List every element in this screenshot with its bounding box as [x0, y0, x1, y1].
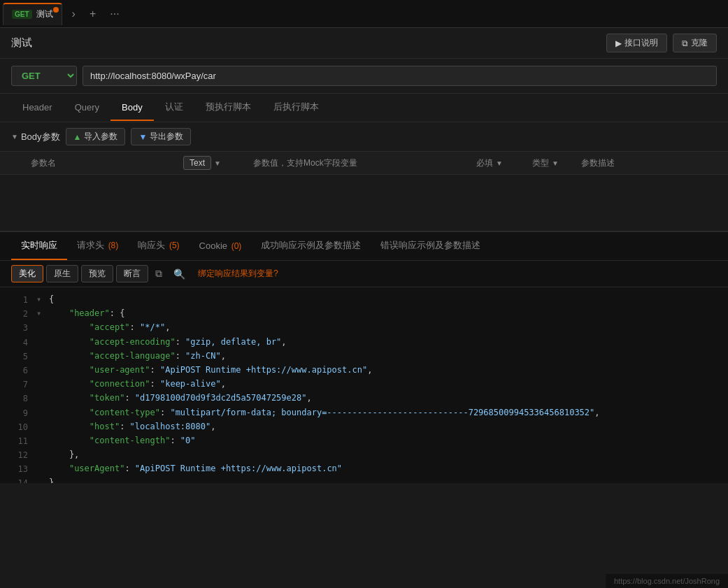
line-number: 2 — [6, 307, 28, 321]
tab-pre-script[interactable]: 预执行脚本 — [194, 94, 262, 122]
line-number: 11 — [6, 434, 28, 448]
json-line: 13 "userAgent": "ApiPOST Runtime +https:… — [0, 462, 728, 476]
tab-auth[interactable]: 认证 — [154, 94, 194, 122]
download-icon: ▼ — [138, 132, 147, 142]
line-number: 8 — [6, 392, 28, 406]
tab-post-script[interactable]: 后执行脚本 — [262, 94, 330, 122]
import-params-button[interactable]: ▲ 导入参数 — [66, 128, 126, 145]
tab-header[interactable]: Header — [11, 95, 64, 121]
json-line: 7 "connection": "keep-alive", — [0, 378, 728, 392]
json-line: 3 "accept": "*/*", — [0, 321, 728, 335]
col-kind-header: 类型 ▼ — [527, 157, 576, 169]
line-number: 5 — [6, 350, 28, 364]
json-line: 11 "content-length": "0" — [0, 434, 728, 448]
json-line: 4 "accept-encoding": "gzip, deflate, br"… — [0, 336, 728, 350]
json-line: 1▾{ — [0, 293, 728, 307]
response-tab-success-example[interactable]: 成功响应示例及参数描述 — [251, 232, 371, 260]
nav-tabs: Header Query Body 认证 预执行脚本 后执行脚本 — [0, 94, 728, 122]
clone-button[interactable]: ⧉ 克隆 — [673, 34, 717, 52]
json-line: 6 "user-agent": "ApiPOST Runtime +https:… — [0, 364, 728, 378]
line-number: 14 — [6, 476, 28, 483]
bind-variable-link[interactable]: 绑定响应结果到变量? — [198, 268, 278, 280]
kind-chevron-icon: ▼ — [552, 159, 559, 167]
footer-url: https://blog.csdn.net/JoshRong — [614, 577, 720, 585]
tab-bar: GET 测试 › + ··· — [0, 0, 728, 28]
json-line: 12 }, — [0, 448, 728, 462]
tab-body[interactable]: Body — [110, 95, 154, 121]
json-content: 1▾{2▾ "header": {3 "accept": "*/*",4 "ac… — [0, 287, 728, 483]
upload-icon: ▲ — [73, 132, 82, 142]
tab-modified-dot — [53, 7, 59, 13]
line-number: 12 — [6, 448, 28, 462]
required-chevron-icon: ▼ — [496, 159, 503, 167]
tab-more-button[interactable]: ··· — [104, 5, 124, 23]
response-tab-request-headers[interactable]: 请求头 (8) — [67, 232, 128, 260]
export-params-button[interactable]: ▼ 导出参数 — [131, 128, 191, 145]
type-dropdown[interactable]: Text — [183, 156, 211, 170]
line-number: 10 — [6, 420, 28, 434]
header-bar: 测试 ▶ 接口说明 ⧉ 克隆 — [0, 28, 728, 59]
response-tabs: 实时响应 请求头 (8) 响应头 (5) Cookie (0) 成功响应示例及参… — [0, 232, 728, 261]
raw-button[interactable]: 原生 — [46, 265, 78, 282]
params-toolbar: ▼ Body参数 ▲ 导入参数 ▼ 导出参数 — [0, 122, 728, 152]
params-empty-area — [0, 175, 728, 231]
col-required-header: 必填 ▼ — [471, 157, 527, 169]
line-number: 6 — [6, 364, 28, 378]
copy-button[interactable]: ⧉ — [151, 266, 166, 282]
tab-add-button[interactable]: + — [84, 5, 101, 23]
url-bar: GET POST PUT DELETE — [0, 59, 728, 94]
json-line: 10 "host": "localhost:8080", — [0, 420, 728, 434]
header-actions: ▶ 接口说明 ⧉ 克隆 — [606, 34, 717, 52]
fold-button[interactable]: ▾ — [36, 307, 46, 320]
tab-nav-forward[interactable]: › — [66, 5, 81, 23]
snippet-button[interactable]: 断言 — [116, 265, 148, 282]
tab-actions: › + ··· — [66, 5, 125, 23]
response-tab-realtime[interactable]: 实时响应 — [11, 232, 67, 260]
json-line: 8 "token": "d1798100d70d9f3dc2d5a5704725… — [0, 392, 728, 406]
response-section: 实时响应 请求头 (8) 响应头 (5) Cookie (0) 成功响应示例及参… — [0, 231, 728, 483]
collapse-arrow[interactable]: ▼ — [11, 133, 18, 141]
response-tab-response-headers[interactable]: 响应头 (5) — [128, 232, 189, 260]
line-number: 13 — [6, 462, 28, 476]
json-line: 14 } — [0, 476, 728, 483]
tab-query[interactable]: Query — [64, 95, 110, 121]
line-number: 3 — [6, 321, 28, 335]
col-value-header: 参数值，支持Mock字段变量 — [248, 157, 471, 169]
fold-button[interactable]: ▾ — [36, 293, 46, 306]
col-desc-header: 参数描述 — [576, 157, 728, 169]
search-button[interactable]: 🔍 — [169, 266, 190, 282]
col-type-select: Text ▼ — [178, 156, 248, 170]
json-line: 2▾ "header": { — [0, 307, 728, 321]
line-number: 9 — [6, 406, 28, 420]
method-select[interactable]: GET POST PUT DELETE — [11, 66, 77, 86]
response-toolbar: 美化 原生 预览 断言 ⧉ 🔍 绑定响应结果到变量? — [0, 261, 728, 287]
response-tab-error-example[interactable]: 错误响应示例及参数描述 — [371, 232, 490, 260]
json-line: 5 "accept-language": "zh-CN", — [0, 350, 728, 364]
tab-name: 测试 — [36, 8, 53, 20]
preview-button[interactable]: 预览 — [81, 265, 113, 282]
json-line: 9 "content-type": "multipart/form-data; … — [0, 406, 728, 420]
response-tab-cookie[interactable]: Cookie (0) — [190, 234, 252, 259]
clone-icon: ⧉ — [682, 38, 688, 48]
tab-method: GET — [12, 10, 32, 19]
line-number: 7 — [6, 378, 28, 392]
beautify-button[interactable]: 美化 — [11, 265, 43, 282]
url-input[interactable] — [83, 66, 717, 86]
footer-bar: https://blog.csdn.net/JoshRong — [606, 574, 728, 588]
interface-doc-button[interactable]: ▶ 接口说明 — [606, 34, 667, 52]
chevron-down-icon: ▼ — [214, 159, 221, 167]
line-number: 1 — [6, 293, 28, 307]
params-table-header: 参数名 Text ▼ 参数值，支持Mock字段变量 必填 ▼ 类型 ▼ 参数描述 — [0, 152, 728, 175]
col-name-header: 参数名 — [25, 157, 178, 169]
line-number: 4 — [6, 336, 28, 350]
page-title: 测试 — [11, 36, 32, 50]
tab-item-test[interactable]: GET 测试 — [3, 3, 62, 25]
body-params-label: ▼ Body参数 — [11, 131, 60, 143]
play-icon: ▶ — [615, 38, 622, 48]
